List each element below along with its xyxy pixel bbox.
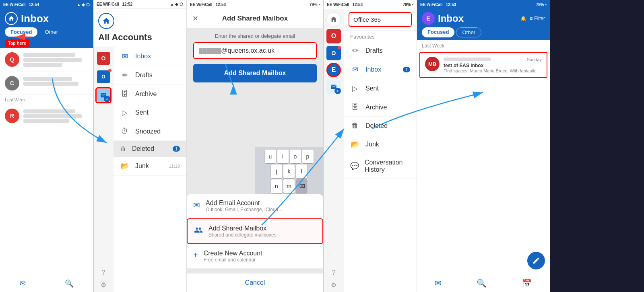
- office365-input[interactable]: Office 365: [349, 12, 412, 27]
- avatar-q: Q: [5, 52, 19, 67]
- office365-account-icon[interactable]: O: [326, 29, 341, 43]
- create-account-icon: +: [193, 251, 198, 260]
- last-week-label: Last Week: [417, 40, 550, 50]
- account-icon-outlook[interactable]: O: [95, 69, 111, 85]
- bottom-sheet: ✉ Add Email Account Outlook, Gmail, Exch…: [187, 194, 323, 292]
- search-tab-icon[interactable]: 🔍: [65, 279, 74, 288]
- screen5-inbox-focused: EE WiFiCall 12:53 79% ▪ E Inbox 🔔 ≡ Filt…: [417, 0, 550, 292]
- email-input-box[interactable]: ██████@queens.ox.ac.uk: [193, 42, 317, 59]
- key-k[interactable]: k: [283, 165, 295, 178]
- sidebar-item-archive[interactable]: 🗄 Archive: [114, 85, 186, 103]
- screen5-bottom-nav: ✉ 🔍 📅: [417, 274, 550, 292]
- highlighted-email-item[interactable]: MB Sunday test of EAS inbox Find spaces.…: [419, 52, 547, 78]
- add-account-icon[interactable]: +: [95, 87, 111, 103]
- screen4-header: Office 365: [344, 9, 417, 31]
- key-p[interactable]: p: [302, 150, 314, 163]
- settings-icon[interactable]: ⚙: [101, 281, 106, 289]
- screen5-tab-other[interactable]: Other: [456, 27, 481, 37]
- screen4-carrier: EE WiFiCall: [327, 2, 349, 7]
- add-email-subtitle: Outlook, Gmail, Exchange, iCloud...: [206, 207, 282, 212]
- screen3-status-bar: EE WiFiCall 12:53 79% ▪: [187, 0, 323, 9]
- screen4-archive[interactable]: 🗄 Archive: [344, 98, 417, 117]
- screen4-inbox-label: Inbox: [365, 66, 381, 73]
- sidebar-item-inbox[interactable]: ✉ Inbox: [114, 47, 186, 66]
- create-account-content: Create New Account Free email and calend…: [204, 250, 262, 263]
- key-o[interactable]: o: [290, 150, 301, 163]
- home-button[interactable]: [98, 13, 114, 29]
- screen4-sent[interactable]: ▷ Sent: [344, 79, 417, 98]
- junk-icon: 📂: [120, 162, 130, 171]
- screen4-archive-icon: 🗄: [350, 103, 360, 111]
- screen5-tab-focused[interactable]: Focused: [422, 27, 454, 37]
- outlook-account-icon[interactable]: O: [326, 46, 341, 60]
- create-new-account-item[interactable]: + Create New Account Free email and cale…: [187, 244, 323, 269]
- key-u[interactable]: u: [265, 150, 276, 163]
- deleted-area: 🗑 Deleted 1: [114, 141, 186, 157]
- tab-other[interactable]: Other: [39, 27, 64, 37]
- screen5-search-icon[interactable]: 🔍: [477, 278, 487, 288]
- sidebar-item-sent[interactable]: ▷ Sent: [114, 103, 186, 122]
- key-i[interactable]: i: [277, 150, 289, 163]
- archive-icon: 🗄: [120, 90, 130, 98]
- bell-icon[interactable]: 🔔: [520, 16, 526, 21]
- email-item-3[interactable]: R: [0, 105, 93, 128]
- add-mailbox-button[interactable]: Add Shared Mailbox: [193, 64, 317, 82]
- screen5-avatar[interactable]: E: [422, 12, 435, 25]
- screen4-drafts[interactable]: ✏ Drafts: [344, 41, 417, 60]
- modal-close-icon[interactable]: ✕: [192, 14, 198, 23]
- add-badge: +: [104, 96, 110, 102]
- screen4-home-btn[interactable]: [326, 12, 341, 27]
- screen4-help-icon[interactable]: ?: [332, 269, 336, 276]
- help-icon[interactable]: ?: [102, 269, 105, 276]
- screen1-time: 12:54: [29, 2, 39, 7]
- screen4-junk[interactable]: 📂 Junk: [344, 135, 417, 154]
- add-email-account-item[interactable]: ✉ Add Email Account Outlook, Gmail, Exch…: [187, 194, 323, 218]
- key-backspace[interactable]: ⌫: [296, 179, 307, 193]
- sidebar-item-junk[interactable]: 📂 Junk 11:19: [114, 157, 186, 176]
- screen2-time: 12:52: [122, 2, 132, 6]
- screen5-title-row: E Inbox 🔔 ≡ Filter: [422, 12, 545, 25]
- tab-focused[interactable]: Focused: [5, 27, 37, 37]
- screen3-time: 12:53: [215, 2, 226, 7]
- sent-label: Sent: [135, 109, 149, 116]
- screen4-inbox-icon: ✉: [350, 65, 360, 74]
- sidebar-item-drafts[interactable]: ✏ Drafts: [114, 66, 186, 85]
- e-account-icon[interactable]: E: [326, 63, 341, 77]
- shared-mailbox-title: Add Shared Mailbox: [208, 225, 277, 232]
- email-content-2: [23, 76, 88, 86]
- screen5-calendar-icon[interactable]: 📅: [522, 278, 532, 288]
- screen4-office365: EE WiFiCall 12:53 79% ▪ O O E: [324, 0, 417, 292]
- screen4-conv-history[interactable]: 💬 Conversation History: [344, 154, 417, 179]
- cancel-button[interactable]: Cancel: [187, 271, 323, 292]
- compose-fab-button[interactable]: [527, 252, 545, 269]
- email-item-2[interactable]: C: [0, 72, 93, 95]
- screen4-inbox[interactable]: ✉ Inbox 1: [344, 60, 417, 79]
- mail-tab-icon[interactable]: ✉: [20, 279, 26, 288]
- shared-mailbox-icon: [194, 226, 203, 236]
- screen4-status-icons: 79% ▪: [403, 2, 413, 7]
- snoozed-icon: ⏱: [120, 127, 130, 136]
- key-n[interactable]: n: [271, 179, 282, 193]
- avatar-r: R: [5, 109, 19, 123]
- add-account-btn[interactable]: +: [326, 80, 341, 94]
- key-j[interactable]: j: [271, 165, 282, 178]
- screen1-title: Inbox: [21, 12, 49, 25]
- screen4-junk-label: Junk: [365, 141, 379, 148]
- key-m[interactable]: m: [283, 179, 295, 193]
- email-item-1[interactable]: Q: [0, 48, 93, 72]
- add-icon: +: [334, 88, 341, 94]
- home-icon[interactable]: [5, 12, 18, 25]
- screen5-mail-icon[interactable]: ✉: [435, 278, 442, 288]
- sidebar-item-snoozed[interactable]: ⏱ Snoozed: [114, 122, 186, 141]
- account-icon-office[interactable]: O: [95, 50, 111, 66]
- add-shared-mailbox-item[interactable]: Add Shared Mailbox Shared and delegate m…: [187, 218, 323, 244]
- filter-button[interactable]: ≡ Filter: [530, 16, 545, 21]
- screen4-deleted[interactable]: 🗑 Deleted: [344, 117, 417, 135]
- screen3-add-mailbox: EE WiFiCall 12:53 79% ▪ ✕ Add Shared Mai…: [187, 0, 324, 292]
- screen2-status-icons: ▲ ◆ ⬡: [170, 2, 183, 6]
- key-l[interactable]: l: [296, 165, 307, 178]
- conv-history-label: Conversation History: [365, 159, 410, 173]
- blurred-sender-2: [23, 77, 72, 81]
- screen4-settings-icon[interactable]: ⚙: [331, 281, 336, 289]
- email-item-content: Sunday test of EAS inbox Find spaces. Ma…: [444, 57, 542, 73]
